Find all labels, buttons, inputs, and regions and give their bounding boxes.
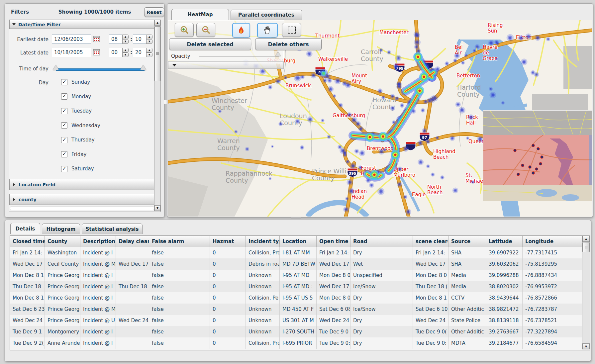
section-header-datetime[interactable]: Date/Time Filter — [9, 20, 154, 29]
table-cell: I-95 AT MD : — [280, 281, 317, 292]
day-checkbox-row[interactable]: ✓Thursday — [61, 136, 95, 143]
overview-inset-map[interactable] — [483, 110, 592, 201]
latest-minute-stepper[interactable]: ▲▼ — [146, 48, 152, 57]
column-header[interactable]: False alarm — [149, 236, 210, 247]
table-cell: false — [149, 315, 210, 326]
calendar-icon[interactable] — [93, 49, 100, 57]
filters-scrollbar[interactable]: ▲ ▼ — [154, 20, 160, 211]
time-of-day-slider[interactable] — [56, 68, 145, 71]
table-cell: 39.6032062 — [486, 258, 523, 270]
tab-histogram[interactable]: Histogram — [42, 224, 80, 234]
column-header[interactable]: Latitude — [486, 236, 523, 247]
scroll-up-icon[interactable]: ▲ — [582, 236, 590, 242]
checkbox-icon[interactable]: ✓ — [61, 151, 67, 157]
calendar-icon[interactable] — [93, 36, 100, 44]
column-header[interactable]: Closed time — [10, 236, 45, 247]
column-header[interactable]: Location — [280, 236, 317, 247]
zoom-out-button[interactable] — [196, 23, 215, 37]
column-header[interactable]: Description — [80, 236, 116, 247]
pan-tool-button[interactable] — [257, 23, 278, 38]
tab-parallel-coordinates[interactable]: Parallel coordinates — [231, 10, 302, 20]
table-row[interactable]: Wed Dec 17Cecil CountyIncident @ MWed De… — [10, 258, 582, 270]
section-header-location-field[interactable]: Location Field — [9, 179, 154, 190]
column-header[interactable]: County — [45, 236, 80, 247]
day-checkbox-row[interactable]: ✓Monday — [61, 93, 91, 100]
scroll-down-icon[interactable]: ▼ — [154, 205, 160, 211]
table-row[interactable]: Tue Dec 9 2(Anne ArundeIncident @ Ifalse… — [10, 337, 582, 349]
tab-statistical-analysis[interactable]: Statistical analysis — [82, 224, 143, 234]
checkbox-icon[interactable]: ✓ — [61, 137, 67, 143]
column-header[interactable]: Delay cleare — [116, 236, 149, 247]
delete-others-button[interactable]: Delete others — [255, 38, 322, 50]
slider-thumb-right[interactable] — [140, 65, 146, 70]
reset-button[interactable]: Reset — [144, 7, 164, 17]
earliest-date-input[interactable] — [52, 35, 91, 44]
earliest-hour-stepper[interactable]: ▲▼ — [122, 35, 129, 44]
table-cell: Collision, Pe — [246, 292, 280, 304]
day-checkbox-row[interactable]: ✓Friday — [61, 151, 86, 158]
delete-selected-button[interactable]: Delete selected — [169, 38, 251, 50]
day-checkbox-row[interactable]: ✓Saturday — [61, 165, 94, 172]
town-label: NorthBeach — [427, 184, 443, 196]
table-row[interactable]: Wed Dec 24Prince GeorgIncident @ UWed De… — [10, 315, 582, 326]
day-checkbox-row[interactable]: ✓Wednesday — [61, 122, 100, 129]
table-cell: Unknown — [246, 326, 280, 337]
checkbox-icon[interactable]: ✓ — [61, 166, 67, 172]
column-header[interactable]: Incident typ — [246, 236, 280, 247]
scroll-down-icon[interactable]: ▼ — [582, 343, 590, 349]
slider-thumb-left[interactable] — [53, 65, 59, 70]
table-row[interactable]: Fri Jan 2 14:WashingtonIncident @ Ifalse… — [10, 247, 582, 258]
column-header[interactable]: Longitude — [523, 236, 582, 247]
latest-minute-input[interactable] — [133, 48, 146, 57]
latest-hour-input[interactable] — [109, 48, 122, 57]
table-cell: Wed Dec 17 — [317, 281, 350, 292]
day-checkbox-row[interactable]: ✓Tuesday — [61, 108, 92, 114]
opacity-slider[interactable] — [199, 56, 279, 56]
column-header[interactable]: Open time — [317, 236, 350, 247]
tab-details[interactable]: Details — [10, 223, 40, 234]
map-viewport[interactable]: CarrollCountyHarfordCountyWinchesterCoun… — [168, 20, 592, 217]
incident-table: Closed timeCountyDescriptionDelay cleare… — [10, 235, 590, 350]
table-scrollbar[interactable]: ▲ ▼ — [582, 236, 590, 349]
vertical-splitter[interactable] — [164, 3, 167, 217]
earliest-hour-input[interactable] — [109, 35, 122, 44]
table-row[interactable]: Thu Dec 18Prince GeorgIncident @ IThu De… — [10, 281, 582, 292]
scrollbar-thumb[interactable] — [582, 242, 590, 252]
table-row[interactable]: Mon Dec 8 1Prince GeorgIncident @ Ifalse… — [10, 270, 582, 281]
accordion-footer-strip — [10, 207, 154, 210]
checkbox-icon[interactable]: ✓ — [61, 122, 67, 129]
latest-date-input[interactable] — [52, 48, 91, 57]
earliest-minute-stepper[interactable]: ▲▼ — [146, 35, 152, 44]
marquee-select-button[interactable] — [282, 23, 301, 37]
table-row[interactable]: Tue Dec 9 1MontgomeryIncident @ Ifalse0U… — [10, 326, 582, 337]
table-cell: false — [149, 337, 210, 349]
zoom-in-button[interactable] — [175, 23, 194, 37]
table-cell: -77.7317415 — [523, 247, 582, 258]
tab-heatmap[interactable]: HeatMap — [171, 9, 229, 20]
step-down-icon: ▼ — [146, 52, 152, 57]
checkbox-icon[interactable]: ✓ — [61, 108, 67, 114]
horizontal-splitter[interactable] — [5, 217, 592, 220]
day-checkbox-row[interactable]: ✓Sunday — [61, 79, 90, 85]
column-header[interactable]: scene cleare — [413, 236, 448, 247]
checkbox-icon[interactable]: ✓ — [61, 93, 67, 100]
table-cell: I-81 AT MM — [280, 247, 317, 258]
earliest-minute-input[interactable] — [133, 35, 146, 44]
table-cell: 0 — [210, 281, 246, 292]
section-header-county[interactable]: county — [9, 194, 154, 205]
collapse-controls-bar[interactable] — [168, 61, 284, 69]
table-cell: Other Additic — [448, 304, 486, 315]
column-header[interactable]: Road — [350, 236, 413, 247]
latest-hour-stepper[interactable]: ▲▼ — [122, 48, 129, 57]
column-header[interactable]: Source — [448, 236, 486, 247]
table-cell: 39.2184677 — [486, 337, 523, 349]
table-row[interactable]: Mon Dec 8 1Prince GeorgIncident @ Ifalse… — [10, 292, 582, 304]
heatmap-toggle-button[interactable] — [232, 23, 250, 38]
table-row[interactable]: Sat Dec 6 23Prince GeorgIncident @ Mfals… — [10, 304, 582, 315]
scrollbar-thumb[interactable] — [154, 26, 160, 81]
opacity-slider-thumb[interactable] — [275, 52, 281, 56]
scroll-up-icon[interactable]: ▲ — [154, 20, 160, 26]
column-header[interactable]: Hazmat — [210, 236, 246, 247]
table-cell: 39.6907922 — [486, 247, 523, 258]
checkbox-icon[interactable]: ✓ — [61, 79, 67, 85]
